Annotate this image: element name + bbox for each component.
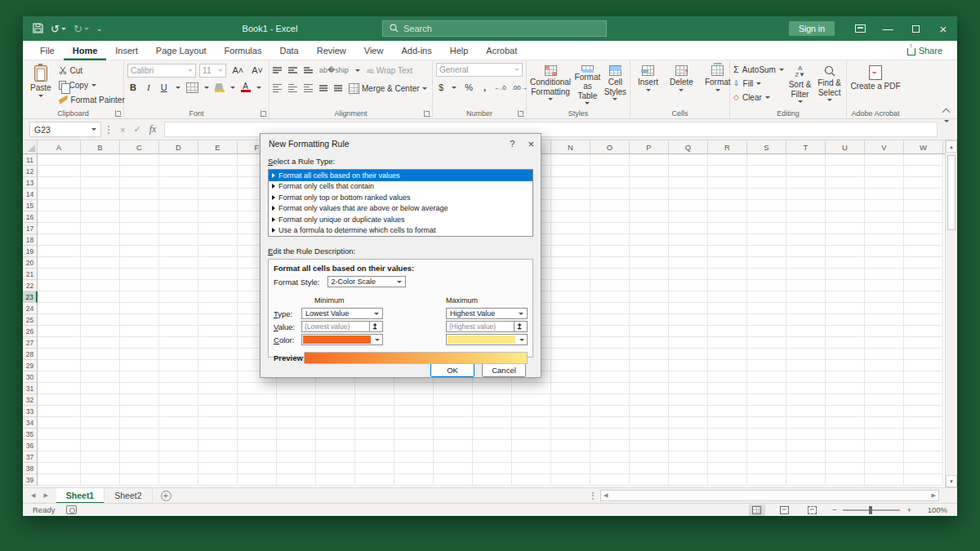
cell[interactable] [198,211,238,223]
row-header-14[interactable]: 14 [23,189,38,200]
decrease-decimal-icon[interactable]: .00→ [512,84,528,91]
cell[interactable] [590,371,630,383]
cell[interactable] [81,257,120,269]
cell[interactable] [551,211,590,223]
cell[interactable] [826,269,865,280]
cell[interactable] [198,349,238,360]
cell[interactable] [277,451,316,463]
cell[interactable] [630,360,669,371]
cell[interactable] [708,314,747,326]
cell[interactable] [708,429,747,440]
cell[interactable] [81,303,120,314]
paste-button[interactable]: Paste [26,63,56,107]
cell[interactable] [904,451,943,463]
cell[interactable] [198,257,238,269]
cell[interactable] [159,166,198,177]
cell[interactable] [590,349,630,360]
select-all-corner[interactable] [23,140,38,153]
cell[interactable] [865,440,904,451]
cancel-entry-icon[interactable]: × [120,125,125,135]
cell[interactable] [38,406,81,417]
cell[interactable] [38,177,81,189]
cell[interactable] [747,269,786,280]
cell[interactable] [38,337,81,349]
borders-icon[interactable] [186,82,198,93]
cell[interactable] [786,280,826,291]
close-button[interactable]: × [929,16,957,41]
cell[interactable] [786,383,826,394]
cell[interactable] [865,177,904,189]
cell[interactable] [355,463,394,474]
confirm-entry-icon[interactable]: ✓ [133,124,140,135]
cell[interactable] [747,189,786,200]
cell[interactable] [120,223,159,234]
cell[interactable] [590,406,630,417]
cell[interactable] [81,166,120,177]
column-header-U[interactable]: U [826,140,865,153]
font-name-combo[interactable]: Calibri [127,64,196,78]
cell[interactable] [786,429,826,440]
cell[interactable] [630,166,669,177]
cell[interactable] [826,166,865,177]
cell[interactable] [747,223,786,234]
accessibility-icon[interactable] [66,505,77,514]
cell[interactable] [865,189,904,200]
cell[interactable] [747,406,786,417]
cell[interactable] [38,360,81,371]
copy-button[interactable]: Copy [59,78,125,92]
cell[interactable] [669,280,708,291]
cell[interactable] [120,371,159,383]
namebox-splitter[interactable] [106,123,110,136]
cell[interactable] [198,189,238,200]
alignment-dialog-launcher[interactable] [424,110,430,117]
column-header-T[interactable]: T [786,140,826,153]
cell[interactable] [786,371,826,383]
underline-menu-chevron[interactable] [176,87,180,89]
cell-styles-button[interactable]: Cell Styles [604,63,626,107]
cell[interactable] [120,394,159,406]
cell[interactable] [198,429,238,440]
cell[interactable] [786,394,826,406]
minimum-range-select-icon[interactable]: ↥ [369,322,380,331]
cell[interactable] [473,406,512,417]
cell[interactable] [120,154,159,166]
font-dialog-launcher[interactable] [261,110,267,117]
cell[interactable] [551,394,590,406]
cell[interactable] [904,349,943,360]
row-header-38[interactable]: 38 [23,463,38,474]
orientation-icon[interactable]: ab�ship [319,66,349,74]
cell[interactable] [630,234,669,246]
hscroll-left-arrow[interactable]: ◀ [604,492,608,499]
align-middle-icon[interactable] [288,67,297,73]
cell[interactable] [630,291,669,303]
cell[interactable] [159,280,198,291]
cell[interactable] [590,234,630,246]
cell[interactable] [630,429,669,440]
wrap-text-button[interactable]: ab̲ Wrap Text [367,63,413,78]
cell[interactable] [826,189,865,200]
cell[interactable] [120,417,159,429]
zoom-in-button[interactable]: + [906,505,911,514]
cell[interactable] [159,451,198,463]
cell[interactable] [786,269,826,280]
cell[interactable] [786,234,826,246]
column-header-S[interactable]: S [747,140,786,153]
cell[interactable] [120,234,159,246]
cell[interactable] [159,429,198,440]
cell[interactable] [590,177,630,189]
cell[interactable] [434,440,473,451]
cell[interactable] [434,417,473,429]
cell[interactable] [277,429,316,440]
format-as-table-button[interactable]: Format as Table [574,63,601,107]
cell[interactable] [120,383,159,394]
cell[interactable] [394,417,434,429]
rule-type-item[interactable]: Format only cells that contain [269,181,532,193]
column-header-Q[interactable]: Q [669,140,708,153]
cell[interactable] [826,406,865,417]
row-header-30[interactable]: 30 [23,371,38,383]
cell[interactable] [238,451,277,463]
cell[interactable] [669,166,708,177]
cell[interactable] [159,463,198,474]
row-header-28[interactable]: 28 [23,349,38,360]
cell[interactable] [198,280,238,291]
